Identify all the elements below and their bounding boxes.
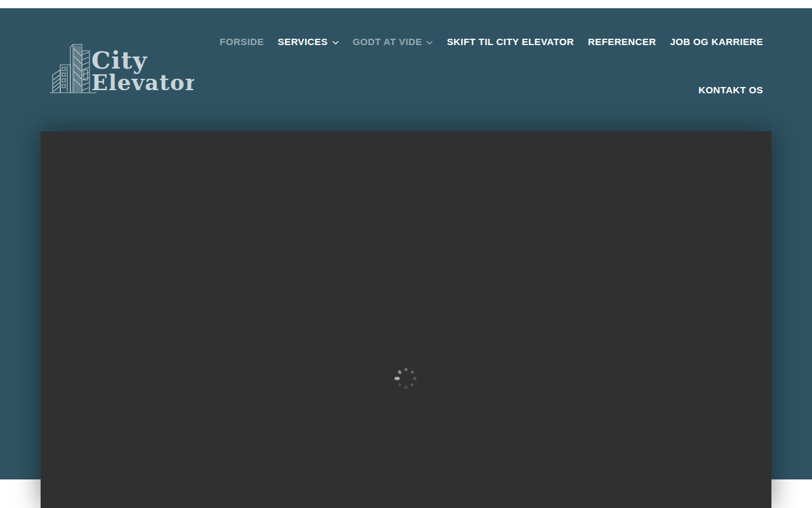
nav-item-referencer[interactable]: REFERENCER xyxy=(588,34,656,50)
nav-item-label: REFERENCER xyxy=(588,34,656,50)
spinner-dot xyxy=(395,377,400,380)
hero-video-player[interactable] xyxy=(41,131,771,508)
nav-item-label: SERVICES xyxy=(278,34,328,50)
nav-row-2: KONTAKT OS xyxy=(219,82,763,98)
top-white-strip xyxy=(0,0,812,8)
spinner-dot xyxy=(397,370,402,375)
site-logo[interactable]: City Elevator xyxy=(49,42,194,95)
nav-item-label: GODT AT VIDE xyxy=(353,34,422,50)
chevron-down-icon xyxy=(332,41,339,45)
nav-item-godt-at-vide[interactable]: GODT AT VIDE xyxy=(353,34,433,50)
nav-item-label: KONTAKT OS xyxy=(698,82,763,98)
nav-item-skift-til-city-elevator[interactable]: SKIFT TIL CITY ELEVATOR xyxy=(447,34,573,50)
main-navigation: FORSIDE SERVICES GODT AT VIDE SKIFT TIL … xyxy=(219,34,763,98)
spinner-dot xyxy=(405,386,408,389)
spinner-dot xyxy=(410,370,414,375)
nav-item-services[interactable]: SERVICES xyxy=(278,34,339,50)
nav-row-1: FORSIDE SERVICES GODT AT VIDE SKIFT TIL … xyxy=(219,34,763,50)
nav-item-forside[interactable]: FORSIDE xyxy=(219,34,263,50)
spinner-dot xyxy=(405,368,408,371)
city-elevator-logo-graphic: City Elevator xyxy=(49,42,194,95)
nav-item-label: SKIFT TIL CITY ELEVATOR xyxy=(447,34,573,50)
spinner-dot xyxy=(414,377,417,380)
nav-item-label: FORSIDE xyxy=(219,34,263,50)
spinner-dot xyxy=(410,382,414,387)
nav-item-label: JOB OG KARRIERE xyxy=(670,34,763,50)
loading-spinner-icon xyxy=(393,366,419,391)
nav-item-kontakt-os[interactable]: KONTAKT OS xyxy=(698,82,763,98)
logo-text-elevator: Elevator xyxy=(91,70,194,95)
nav-item-job-og-karriere[interactable]: JOB OG KARRIERE xyxy=(670,34,763,50)
chevron-down-icon xyxy=(426,41,433,45)
spinner-dot xyxy=(398,382,402,387)
